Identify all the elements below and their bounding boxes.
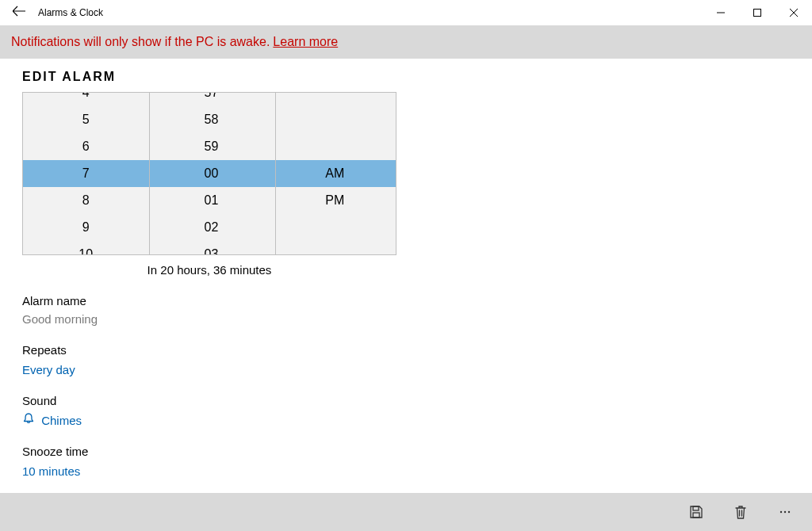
repeats-field: Repeats Every day xyxy=(22,343,790,376)
hour-item[interactable]: 7 xyxy=(23,160,148,187)
snooze-label: Snooze time xyxy=(22,445,790,458)
svg-point-3 xyxy=(780,511,782,513)
minute-column[interactable]: 57585900010203 xyxy=(148,93,274,254)
hour-item[interactable]: 10 xyxy=(23,241,148,255)
snooze-field: Snooze time 10 minutes xyxy=(22,445,790,478)
sound-label: Sound xyxy=(22,394,790,407)
notification-text: Notifications will only show if the PC i… xyxy=(11,35,270,49)
ampm-item[interactable]: PM xyxy=(274,187,396,214)
repeats-value[interactable]: Every day xyxy=(22,361,790,376)
maximize-button[interactable] xyxy=(739,0,776,25)
hour-item[interactable]: 9 xyxy=(23,214,148,241)
svg-rect-1 xyxy=(693,506,699,510)
time-picker[interactable]: 45678910 57585900010203 AMPM xyxy=(22,92,396,255)
ampm-column[interactable]: AMPM xyxy=(274,93,396,254)
minute-item[interactable]: 03 xyxy=(148,241,274,255)
snooze-value[interactable]: 10 minutes xyxy=(22,463,790,478)
svg-rect-0 xyxy=(754,10,761,17)
hour-item[interactable]: 6 xyxy=(23,133,148,160)
hour-column[interactable]: 45678910 xyxy=(23,93,148,254)
minute-item[interactable]: 01 xyxy=(148,187,274,214)
close-button[interactable] xyxy=(776,0,812,25)
hour-item[interactable]: 4 xyxy=(23,92,148,106)
minute-item[interactable]: 58 xyxy=(148,106,274,133)
alarm-name-field: Alarm name Good morning xyxy=(22,294,790,326)
page-heading: EDIT ALARM xyxy=(22,70,790,84)
minute-item[interactable]: 57 xyxy=(148,92,274,106)
save-icon xyxy=(688,504,704,520)
svg-rect-2 xyxy=(693,513,699,518)
alarm-name-label: Alarm name xyxy=(22,294,790,308)
ampm-item[interactable]: AM xyxy=(274,160,396,187)
back-button[interactable] xyxy=(0,5,38,21)
time-until-text: In 20 hours, 36 minutes xyxy=(22,263,396,277)
hour-item[interactable]: 5 xyxy=(23,106,148,133)
minute-item[interactable]: 59 xyxy=(148,133,274,160)
svg-point-4 xyxy=(784,511,786,513)
minimize-button[interactable] xyxy=(703,0,739,25)
trash-icon xyxy=(733,504,749,520)
hour-item[interactable]: 8 xyxy=(23,187,148,214)
sound-field: Sound Chimes xyxy=(22,394,790,428)
more-button[interactable] xyxy=(763,493,807,531)
title-bar: Alarms & Clock xyxy=(0,0,812,25)
command-bar xyxy=(0,493,812,531)
learn-more-link[interactable]: Learn more xyxy=(273,35,338,49)
app-title: Alarms & Clock xyxy=(38,7,103,18)
minute-item[interactable]: 00 xyxy=(148,160,274,187)
save-button[interactable] xyxy=(674,493,718,531)
repeats-label: Repeats xyxy=(22,343,790,357)
svg-point-5 xyxy=(788,511,790,513)
delete-button[interactable] xyxy=(718,493,763,531)
more-icon xyxy=(777,504,793,520)
minute-item[interactable]: 02 xyxy=(148,214,274,241)
notification-bar: Notifications will only show if the PC i… xyxy=(0,25,812,59)
alarm-name-input[interactable]: Good morning xyxy=(22,312,790,326)
page-content: EDIT ALARM 45678910 57585900010203 AMPM … xyxy=(0,59,812,478)
bell-icon xyxy=(22,412,35,427)
sound-value[interactable]: Chimes xyxy=(22,412,790,428)
